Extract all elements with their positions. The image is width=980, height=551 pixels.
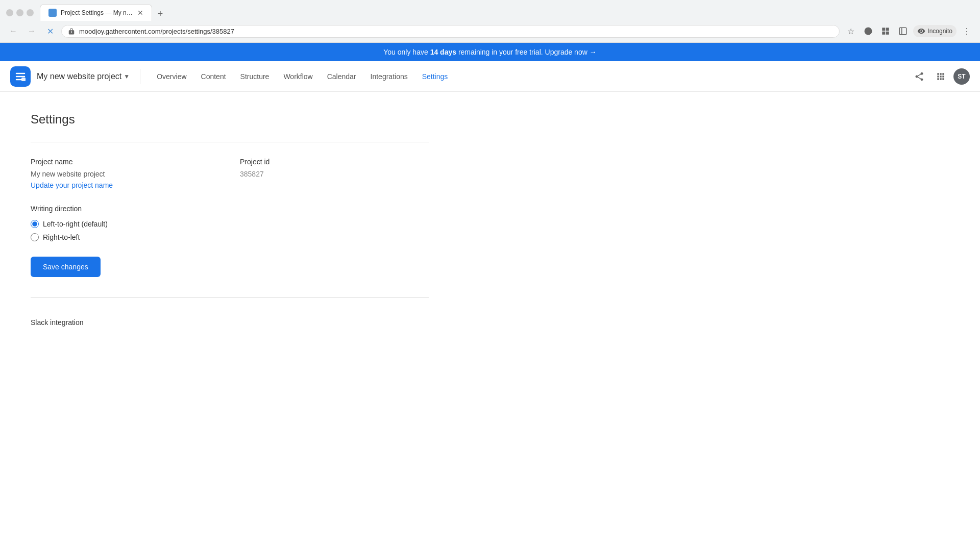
logo-icon — [14, 70, 27, 83]
lock-icon — [68, 28, 75, 35]
chevron-down-icon: ▼ — [124, 73, 130, 80]
sidebar-icon[interactable] — [896, 24, 910, 38]
active-tab[interactable]: Project Settings — My new we… ✕ — [40, 4, 152, 21]
app-header: My new website project ▼ Overview Conten… — [0, 61, 980, 92]
writing-direction-radio-group: Left-to-right (default) Right-to-left — [31, 220, 429, 241]
tab-close-button[interactable]: ✕ — [137, 9, 143, 17]
project-name-dropdown[interactable]: My new website project ▼ — [37, 72, 130, 81]
save-changes-button[interactable]: Save changes — [31, 257, 101, 277]
extensions-icon[interactable] — [878, 24, 893, 38]
project-name-field: Project name My new website project Upda… — [31, 158, 219, 189]
settings-grid: Project name My new website project Upda… — [31, 158, 429, 189]
nav-calendar[interactable]: Calendar — [321, 68, 362, 85]
close-button[interactable] — [27, 9, 34, 16]
update-project-name-link[interactable]: Update your project name — [31, 181, 113, 189]
incognito-badge[interactable]: Incognito — [913, 25, 957, 37]
nav-overview[interactable]: Overview — [151, 68, 192, 85]
nav-content[interactable]: Content — [195, 68, 232, 85]
trial-text-before: You only have — [383, 48, 430, 56]
writing-direction-label: Writing direction — [31, 205, 429, 213]
trial-text-after: remaining in your free trial. — [456, 48, 545, 56]
trial-days: 14 days — [430, 48, 456, 56]
incognito-label: Incognito — [927, 28, 952, 35]
new-tab-button[interactable]: + — [153, 7, 167, 21]
settings-top-divider — [31, 142, 429, 142]
project-name-label: My new website project — [37, 72, 121, 81]
forward-button[interactable]: → — [24, 24, 39, 38]
share-icon[interactable] — [911, 68, 928, 85]
svg-rect-5 — [900, 28, 907, 35]
window-controls — [6, 9, 34, 16]
svg-rect-3 — [883, 32, 886, 35]
project-name-label: Project name — [31, 158, 219, 166]
header-right: ST — [911, 68, 970, 85]
header-divider — [140, 69, 140, 84]
browser-tabs: Project Settings — My new we… ✕ + — [40, 4, 974, 21]
app-logo[interactable] — [10, 66, 31, 87]
incognito-icon — [917, 27, 925, 35]
rtl-radio-item[interactable]: Right-to-left — [31, 233, 429, 241]
svg-rect-4 — [886, 32, 889, 35]
project-id-field: Project id 385827 — [240, 158, 429, 189]
avatar[interactable]: ST — [953, 68, 970, 85]
profile-icon[interactable] — [861, 24, 875, 38]
ltr-label: Left-to-right (default) — [43, 220, 108, 228]
back-button[interactable]: ← — [6, 24, 20, 38]
project-name-value: My new website project — [31, 170, 219, 178]
apps-icon[interactable] — [932, 68, 949, 85]
slack-integration-section: Slack integration — [31, 318, 429, 327]
address-input[interactable] — [79, 28, 833, 35]
bookmark-star-icon[interactable]: ☆ — [844, 24, 858, 38]
nav-settings[interactable]: Settings — [416, 68, 454, 85]
ltr-radio-item[interactable]: Left-to-right (default) — [31, 220, 429, 228]
main-nav: Overview Content Structure Workflow Cale… — [151, 68, 911, 85]
svg-rect-7 — [21, 78, 26, 81]
upgrade-link[interactable]: Upgrade now → — [545, 48, 597, 56]
svg-rect-2 — [886, 28, 889, 31]
nav-workflow[interactable]: Workflow — [277, 68, 318, 85]
svg-rect-1 — [883, 28, 886, 31]
tab-title: Project Settings — My new we… — [61, 9, 133, 16]
slack-section-title: Slack integration — [31, 318, 429, 327]
browser-chrome: Project Settings — My new we… ✕ + ← → ✕ … — [0, 0, 980, 43]
nav-structure[interactable]: Structure — [234, 68, 276, 85]
browser-toolbar: ← → ✕ ☆ Incognito ⋮ — [0, 21, 980, 42]
project-id-value: 385827 — [240, 170, 429, 178]
svg-point-0 — [865, 28, 872, 35]
writing-direction-section: Writing direction Left-to-right (default… — [31, 205, 429, 241]
reload-button[interactable]: ✕ — [43, 24, 57, 38]
project-id-label: Project id — [240, 158, 429, 166]
address-bar[interactable] — [61, 25, 840, 38]
maximize-button[interactable] — [16, 9, 23, 16]
section-separator — [31, 297, 429, 298]
project-settings-section: Project name My new website project Upda… — [31, 158, 429, 277]
toolbar-actions: ☆ Incognito ⋮ — [844, 24, 974, 38]
trial-banner: You only have 14 days remaining in your … — [0, 43, 980, 61]
menu-icon[interactable]: ⋮ — [960, 24, 974, 38]
rtl-label: Right-to-left — [43, 233, 80, 241]
tab-favicon — [48, 9, 57, 17]
main-content: Settings Project name My new website pro… — [0, 92, 459, 347]
nav-integrations[interactable]: Integrations — [364, 68, 414, 85]
page-title: Settings — [31, 112, 429, 127]
ltr-radio-input[interactable] — [31, 220, 39, 228]
minimize-button[interactable] — [6, 9, 13, 16]
browser-title-bar: Project Settings — My new we… ✕ + — [0, 0, 980, 21]
rtl-radio-input[interactable] — [31, 233, 39, 241]
